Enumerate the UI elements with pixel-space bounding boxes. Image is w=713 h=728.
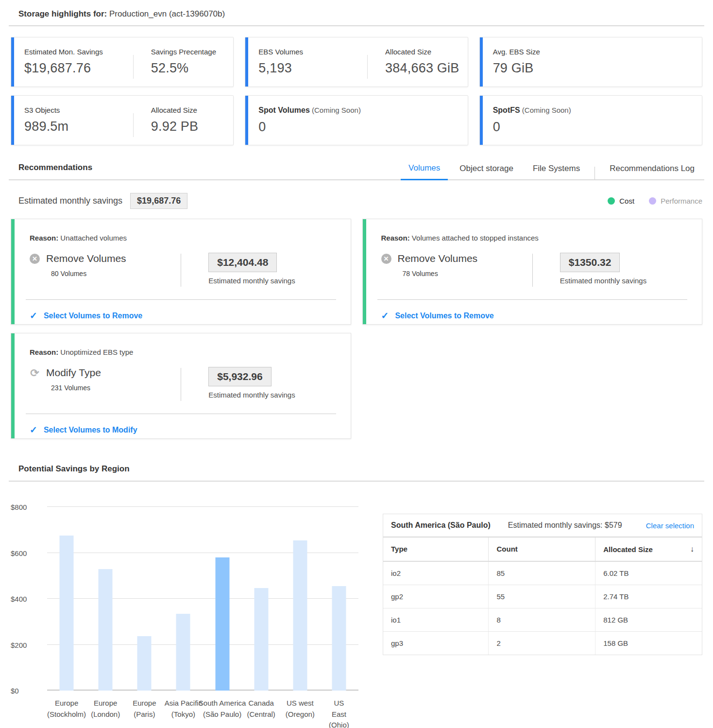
cost-dot-icon [608, 197, 615, 205]
savings-sublabel: Estimated monthly savings [560, 277, 646, 285]
y-axis-tick-label: $800 [11, 503, 27, 511]
legend: Cost Performance [608, 197, 702, 205]
stat-label: SpotFS (Coming Soon) [493, 106, 571, 115]
column-header-count[interactable]: Count [488, 537, 595, 561]
rec-horizontal-divider [26, 299, 336, 300]
chart-bar[interactable] [215, 557, 229, 691]
column-header-label: Allocated Size [603, 545, 653, 554]
rec-action-title: Remove Volumes [46, 253, 126, 264]
region-savings-subtitle: Estimated monthly savings: $579 [508, 521, 622, 530]
estimated-savings-label: Estimated monthly savings [18, 196, 122, 206]
stat-label: EBS Volumes [258, 48, 367, 56]
chart-bar[interactable] [137, 636, 152, 691]
table-row: io2 85 6.02 TB [383, 562, 702, 585]
tab-object-storage[interactable]: Object storage [452, 164, 521, 179]
tab-recommendations-log[interactable]: Recommendations Log [602, 164, 702, 179]
clear-selection-link[interactable]: Clear selection [646, 521, 694, 530]
cell-allocated-size: 812 GB [595, 608, 702, 631]
savings-sublabel: Estimated monthly savings [208, 277, 295, 285]
card-spotfs: SpotFS (Coming Soon) 0 [479, 95, 702, 145]
sort-descending-icon[interactable]: ↓ [690, 545, 694, 554]
card-ebs-volumes: EBS Volumes 5,193 Allocated Size 384,663… [245, 37, 468, 87]
region-detail-table: South America (São Paulo) Estimated mont… [383, 514, 702, 655]
chart-bar[interactable] [60, 536, 74, 691]
reason-line: Reason: Volumes attached to stopped inst… [377, 234, 688, 242]
savings-value-box: $12,404.48 [208, 253, 277, 272]
gridline [47, 553, 358, 553]
coming-soon-suffix: (Coming Soon) [312, 106, 361, 114]
table-column-headers: Type Count Allocated Size ↓ [383, 537, 702, 562]
cell-type: gp3 [383, 632, 488, 655]
stat-value: 79 GiB [493, 61, 540, 76]
coming-soon-suffix: (Coming Soon) [522, 106, 571, 114]
recommendations-title: Recommendations [18, 163, 92, 179]
savings-value-box: $1350.32 [560, 253, 620, 272]
gridline [47, 690, 358, 691]
x-axis-label: Europe (Paris) [133, 698, 156, 720]
tab-file-systems[interactable]: File Systems [525, 164, 588, 179]
column-header-type[interactable]: Type [383, 537, 488, 561]
x-axis-label: US west (Oregon) [286, 698, 315, 720]
savings-value-box: $5,932.96 [208, 367, 271, 386]
cell-count: 55 [488, 585, 595, 608]
gridline [47, 598, 358, 599]
tab-separator [594, 167, 595, 179]
legend-cost: Cost [608, 197, 634, 205]
cell-allocated-size: 2.74 TB [595, 585, 702, 608]
recommendation-cards: Reason: Unattached volumes ✕ Remove Volu… [11, 219, 702, 439]
reason-label: Reason: [30, 234, 58, 242]
page-title-account: Production_evn (act-1396070b) [109, 9, 225, 18]
chart-bar[interactable] [176, 614, 190, 691]
table-body: io2 85 6.02 TB gp2 55 2.74 TB io1 8 812 … [383, 562, 702, 655]
select-volumes-to-remove-link[interactable]: ✓ Select Volumes to Remove [26, 310, 336, 321]
chart-bar[interactable] [254, 588, 268, 691]
x-axis-label: Europe (Stockholm) [47, 698, 86, 720]
chart-bar[interactable] [293, 540, 307, 691]
gridline [47, 644, 358, 645]
stat-value: 52.5% [151, 61, 216, 76]
rec-volume-count: 78 Volumes [403, 270, 532, 277]
y-axis-tick-label: $0 [11, 687, 19, 695]
table-row: io1 8 812 GB [383, 608, 702, 632]
refresh-icon: ⟳ [30, 368, 40, 378]
reason-text: Unattached volumes [60, 234, 127, 242]
chart-bar[interactable] [99, 569, 113, 691]
chart-bar[interactable] [332, 586, 346, 691]
select-volumes-to-modify-link[interactable]: ✓ Select Volumes to Modify [26, 424, 336, 435]
column-header-allocated-size[interactable]: Allocated Size ↓ [595, 537, 702, 561]
stat-value: 9.92 PB [151, 119, 198, 134]
stat-label: Avg. EBS Size [493, 48, 540, 56]
x-axis-label: Europe (London) [91, 698, 120, 720]
stat-label-name: Spot Volumes [258, 106, 310, 114]
y-axis-tick-label: $400 [11, 595, 27, 603]
card-avg-ebs-size: Avg. EBS Size 79 GiB [479, 37, 702, 87]
reason-label: Reason: [30, 348, 58, 356]
stat-divider [367, 55, 368, 79]
cell-type: io1 [383, 608, 488, 631]
card-s3-objects: S3 Objects 989.5m Allocated Size 9.92 PB [11, 95, 234, 145]
table-row: gp3 2 158 GB [383, 632, 702, 655]
title-divider [9, 25, 704, 26]
tab-volumes[interactable]: Volumes [401, 163, 448, 180]
cell-allocated-size: 158 GB [595, 632, 702, 655]
savings-sublabel: Estimated monthly savings [208, 391, 295, 399]
y-axis-tick-label: $600 [11, 549, 27, 557]
x-circle-icon: ✕ [381, 254, 391, 264]
x-axis-label: Canada (Central) [247, 698, 275, 720]
rec-horizontal-divider [26, 414, 336, 414]
stat-value: 0 [493, 120, 571, 135]
check-icon: ✓ [30, 310, 37, 321]
rec-horizontal-divider [377, 299, 688, 300]
x-axis-label: South America (São Paulo) [199, 698, 246, 720]
stat-label: Estimated Mon. Savings [24, 48, 133, 56]
selected-region-title: South America (São Paulo) [391, 521, 491, 530]
recommendations-header: Recommendations Volumes Object storage F… [9, 163, 704, 180]
cta-label: Select Volumes to Remove [44, 312, 142, 320]
page-title: Storage highlights for: Production_evn (… [9, 0, 704, 25]
storage-dashboard: Storage highlights for: Production_evn (… [0, 0, 713, 727]
legend-performance-label: Performance [661, 197, 702, 205]
legend-performance: Performance [649, 197, 702, 205]
select-volumes-to-remove-link[interactable]: ✓ Select Volumes to Remove [377, 310, 688, 321]
stat-label: Savings Precentage [151, 48, 216, 56]
cell-type: io2 [383, 562, 488, 585]
